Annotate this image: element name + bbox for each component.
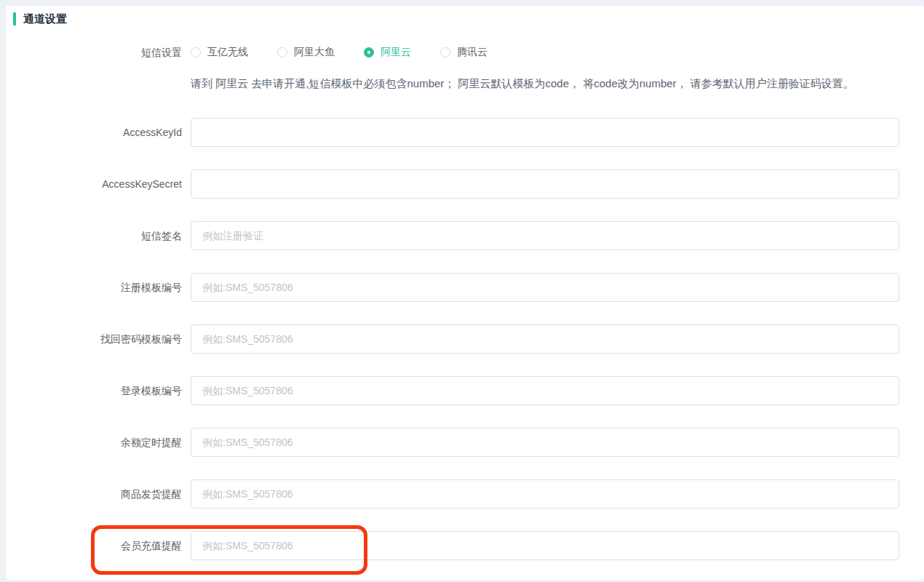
radio-ali-dayu[interactable]: 阿里大鱼 [277,46,335,59]
register-template-id-input[interactable] [191,273,899,302]
field-label: 注册模板编号 [6,280,182,295]
sms-signature-input[interactable] [191,221,899,250]
field-label: AccessKeyId [6,125,182,140]
form-list: AccessKeyIdAccessKeySecret短信签名注册模板编号找回密码… [6,118,924,560]
sms-provider-radio-group: 互亿无线阿里大鱼阿里云腾讯云 [191,46,517,59]
radio-option-label: 腾讯云 [457,46,487,59]
goods-shipment-reminder-input[interactable] [191,479,899,509]
provider-hint-text: 请到 阿里云 去申请开通,短信模板中必须包含number； 阿里云默认模板为co… [6,76,924,91]
sms-provider-label: 短信设置 [6,45,182,60]
reset-password-template-id-input[interactable] [191,324,899,354]
form-row: AccessKeyId [6,118,924,147]
form-row: 余额定时提醒 [6,428,924,457]
login-template-id-input[interactable] [191,376,899,405]
form-row: 商品发货提醒 [6,479,924,509]
access-key-id-input[interactable] [191,118,899,147]
radio-option-label: 阿里云 [381,46,411,59]
field-label: 短信签名 [6,228,182,243]
form-row: 注册模板编号 [6,273,924,302]
form-row: 短信签名 [6,221,924,250]
field-label: 余额定时提醒 [6,435,182,450]
page-title: 通道设置 [23,12,67,25]
radio-option-label: 阿里大鱼 [294,46,335,59]
radio-circle-icon[interactable] [440,47,450,57]
sms-provider-row: 短信设置 互亿无线阿里大鱼阿里云腾讯云 [6,45,924,60]
field-label: 找回密码模板编号 [6,332,182,346]
radio-option-label: 互亿无线 [207,46,248,59]
title-accent-bar-icon [13,12,16,25]
radio-circle-icon[interactable] [364,47,374,57]
radio-circle-icon[interactable] [191,47,201,57]
radio-tencent-cloud[interactable]: 腾讯云 [440,46,487,59]
field-label: 商品发货提醒 [6,487,182,501]
field-label: 会员充值提醒 [6,538,182,553]
member-recharge-reminder-input[interactable] [191,531,899,560]
form-row: 登录模板编号 [6,376,924,405]
form-row: 找回密码模板编号 [6,324,924,354]
card-header: 通道设置 [6,6,924,25]
form-row: AccessKeySecret [6,170,924,199]
radio-huyi-wireless[interactable]: 互亿无线 [191,46,248,59]
field-label: 登录模板编号 [6,383,182,398]
field-label: AccessKeySecret [6,177,182,191]
radio-circle-icon[interactable] [277,47,287,57]
radio-aliyun[interactable]: 阿里云 [364,46,411,59]
access-key-secret-input[interactable] [191,170,899,199]
form-row: 会员充值提醒 [6,531,924,560]
channel-settings-card: 通道设置 短信设置 互亿无线阿里大鱼阿里云腾讯云 请到 阿里云 去申请开通,短信… [6,6,924,580]
balance-timed-reminder-input[interactable] [191,428,899,457]
